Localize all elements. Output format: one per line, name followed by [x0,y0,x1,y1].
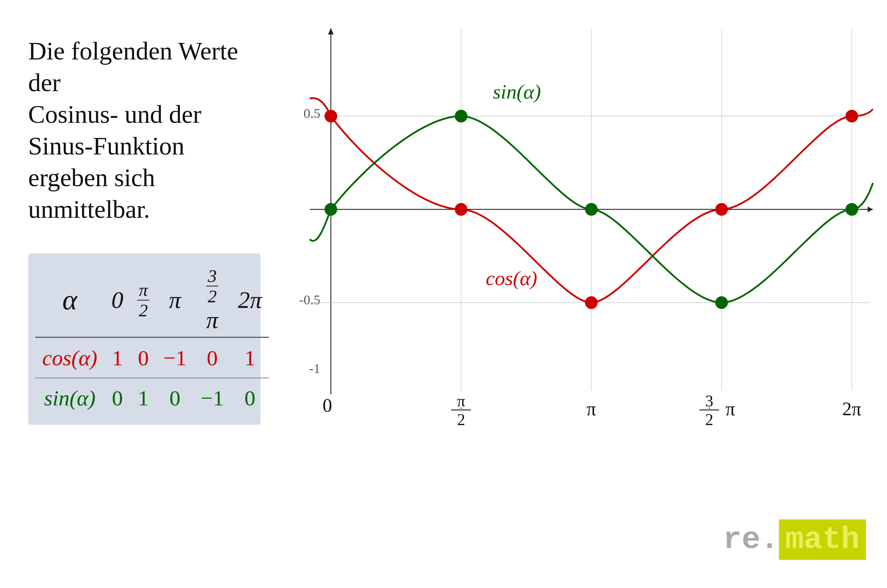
remath-dot: . [760,522,779,557]
table-header-row: α 0 π2 π 32π 2π [35,260,269,338]
cos-graph-label: cos(α) [486,267,537,290]
alpha-header: α [35,260,104,338]
cos-val-2pi: 1 [231,339,269,378]
svg-point-23 [455,110,467,123]
sin-val-pi2: 1 [130,379,156,418]
svg-point-17 [324,110,337,123]
col-3pi2: 32π [194,260,231,338]
x-label-pi2-bot: 2 [457,411,465,429]
svg-point-18 [455,203,467,216]
cos-val-pi2: 0 [130,339,156,378]
cos-val-pi: −1 [156,339,194,378]
svg-text:-1: -1 [309,361,320,376]
x-label-3pi2-pi: π [725,398,735,420]
cos-row: cos(α) 1 0 −1 0 1 [35,339,269,378]
left-panel: Die folgenden Werte der Cosinus- und der… [28,21,267,567]
sin-val-3pi2: −1 [194,379,231,418]
svg-point-19 [585,296,598,309]
svg-point-22 [324,203,337,216]
graph-area: 0.5 -0.5 -1 [289,21,880,514]
svg-point-21 [845,110,858,123]
sin-row: sin(α) 0 1 0 −1 0 [35,379,269,418]
svg-marker-11 [328,28,334,34]
col-pi2: π2 [130,260,156,338]
sin-graph-label: sin(α) [493,80,541,103]
trig-graph-svg: 0.5 -0.5 -1 [289,21,880,486]
svg-text:0.5: 0.5 [304,106,321,121]
col-2pi: 2π [231,260,269,338]
svg-point-26 [845,203,858,216]
description-text: Die folgenden Werte der Cosinus- und der… [28,35,267,225]
cos-label: cos(α) [35,339,104,378]
x-label-0: 0 [323,395,332,416]
remath-logo: re . math [723,519,866,560]
remath-re: re [723,522,760,557]
x-label-pi2-top: π [457,392,465,410]
right-panel: 0.5 -0.5 -1 [289,21,880,567]
cos-val-0: 1 [104,339,130,378]
x-label-pi: π [587,398,596,420]
col-pi: π [156,260,194,338]
svg-text:-0.5: -0.5 [299,292,320,307]
value-table-container: α 0 π2 π 32π 2π [28,254,260,425]
sin-val-0: 0 [104,379,130,418]
sin-label: sin(α) [35,379,104,418]
x-label-3pi2-bot: 2 [705,411,713,429]
svg-marker-9 [867,207,873,212]
svg-point-25 [715,296,728,309]
col-0: 0 [104,260,130,338]
x-label-3pi2-top: 3 [705,392,713,410]
sin-val-pi: 0 [156,379,194,418]
svg-point-24 [585,203,598,216]
trig-values-table: α 0 π2 π 32π 2π [35,260,269,418]
svg-point-20 [715,203,728,216]
sin-val-2pi: 0 [231,379,269,418]
cos-val-3pi2: 0 [194,339,231,378]
x-label-2pi: 2π [842,398,861,420]
remath-math: math [779,519,866,560]
